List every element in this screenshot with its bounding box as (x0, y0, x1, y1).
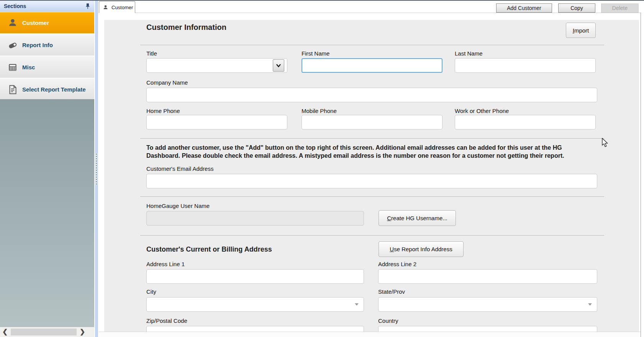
sidebar-item-misc[interactable]: Misc (0, 57, 94, 78)
person-icon (8, 18, 18, 28)
address-line-1-label: Address Line 1 (146, 261, 185, 267)
last-name-label: Last Name (455, 50, 483, 57)
address-line-2-input[interactable] (378, 269, 597, 284)
city-label: City (146, 288, 156, 295)
sidebar-empty-area (0, 99, 94, 327)
work-phone-input[interactable] (455, 115, 596, 129)
sections-sidebar: Sections Customer Report Info (0, 1, 94, 337)
sidebar-title: Sections (4, 3, 85, 9)
sidebar-item-label: Misc (22, 64, 35, 70)
home-phone-label: Home Phone (146, 108, 180, 114)
sidebar-item-report-info[interactable]: Report Info (0, 34, 94, 56)
zip-postal-label: Zip/Postal Code (146, 317, 187, 324)
first-name-input[interactable] (302, 58, 442, 73)
note-line-2: Dashboard. Please double check the email… (146, 152, 602, 160)
pin-icon[interactable] (85, 3, 90, 9)
billing-address-heading: Customer's Current or Billing Address (146, 245, 272, 254)
sidebar-horizontal-scrollbar: ❮ ❯ (0, 327, 94, 337)
title-dropdown-button[interactable] (273, 59, 284, 72)
work-phone-label: Work or Other Phone (455, 108, 509, 114)
note-line-1: To add another customer, use the "Add" b… (146, 144, 602, 152)
use-report-info-address-button[interactable]: Use Report Info Address (379, 241, 464, 257)
separator (140, 196, 604, 197)
scroll-right-icon[interactable]: ❯ (77, 328, 87, 336)
add-customer-note: To add another customer, use the "Add" b… (146, 144, 602, 160)
sidebar-splitter[interactable] (94, 1, 99, 337)
title-select[interactable] (146, 58, 287, 73)
state-prov-label: State/Prov (378, 288, 405, 295)
scrollbar-thumb[interactable] (11, 329, 77, 335)
title-label: Title (146, 50, 157, 57)
company-name-label: Company Name (146, 79, 188, 86)
calculator-icon (8, 62, 18, 72)
tag-icon (8, 40, 18, 50)
hg-username-input (146, 211, 364, 226)
state-prov-combobox[interactable] (378, 297, 597, 312)
separator (140, 138, 604, 139)
create-hg-username-button[interactable]: Create HG Username... (379, 210, 456, 226)
separator (140, 45, 604, 45)
tabstrip-bottom-line (135, 13, 641, 13)
tab-customer[interactable]: Customer (99, 1, 135, 13)
last-name-input[interactable] (455, 58, 596, 73)
country-label: Country (378, 317, 398, 324)
state-dropdown-icon[interactable] (588, 303, 592, 306)
mobile-phone-input[interactable] (302, 115, 442, 129)
main-right-border (641, 13, 641, 337)
scroll-left-icon[interactable]: ❮ (0, 328, 10, 336)
company-name-input[interactable] (146, 88, 597, 102)
mobile-phone-label: Mobile Phone (302, 108, 337, 114)
first-name-label: First Name (302, 50, 329, 57)
sidebar-item-select-report-template[interactable]: Select Report Template (0, 79, 94, 100)
person-icon (103, 5, 108, 10)
add-customer-button[interactable]: Add Customer (496, 3, 552, 13)
splitter-drag-handle[interactable] (95, 153, 98, 185)
address-line-2-label: Address Line 2 (378, 261, 416, 267)
sidebar-item-label: Customer (22, 20, 49, 26)
tab-label: Customer (111, 5, 133, 10)
sidebar-item-label: Select Report Template (22, 86, 86, 93)
city-combobox[interactable] (146, 297, 364, 312)
city-dropdown-icon[interactable] (355, 303, 359, 306)
import-button[interactable]: Import (566, 23, 596, 38)
address-line-1-input[interactable] (146, 269, 364, 284)
home-phone-input[interactable] (146, 115, 287, 129)
customer-information-heading: Customer Information (146, 23, 226, 32)
email-label: Customer's Email Address (146, 165, 213, 172)
sidebar-item-label: Report Info (22, 42, 53, 48)
chevron-down-icon (276, 63, 281, 68)
hg-username-label: HomeGauge User Name (146, 203, 210, 209)
sidebar-item-customer[interactable]: Customer (0, 12, 94, 33)
email-input[interactable] (146, 174, 597, 188)
delete-button[interactable]: Delete (601, 3, 639, 13)
document-icon (8, 85, 18, 95)
copy-button[interactable]: Copy (558, 3, 595, 13)
content-bottom-strip (99, 332, 641, 337)
sidebar-header: Sections (0, 1, 94, 12)
separator (140, 235, 604, 236)
